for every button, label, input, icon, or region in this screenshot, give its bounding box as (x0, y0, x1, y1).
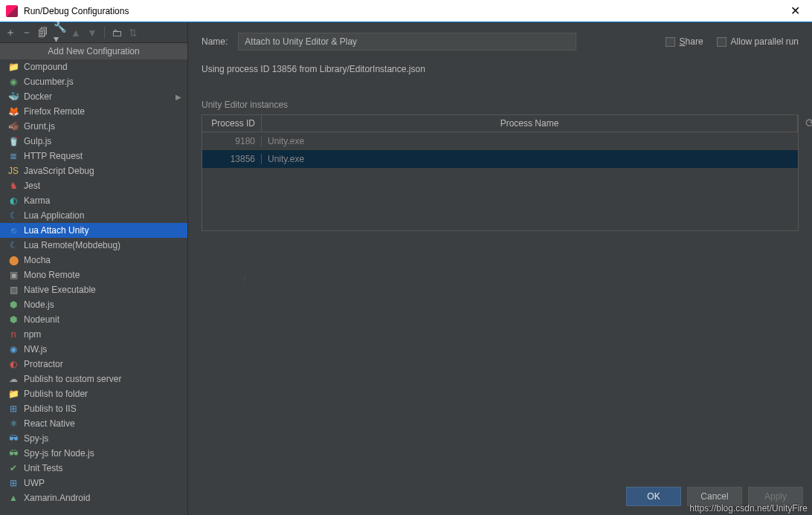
config-item-firefox-remote[interactable]: 🦊Firefox Remote (0, 104, 187, 119)
name-input[interactable] (238, 33, 576, 51)
config-item-publish-to-custom-server[interactable]: ☁Publish to custom server (0, 372, 187, 386)
watermark: https://blog.csdn.net/UnityFire (689, 503, 808, 514)
config-icon: ⬢ (7, 299, 19, 311)
config-label: HTTP Request (24, 151, 83, 161)
checkbox-group: Share Allow parallel run (666, 36, 799, 47)
config-label: Lua Attach Unity (24, 225, 88, 236)
share-checkbox[interactable]: Share (666, 36, 703, 47)
copy-icon[interactable]: 🗐 (37, 27, 49, 39)
config-icon: ◐ (7, 195, 19, 207)
config-item-lua-remote-mobdebug-[interactable]: ☾Lua Remote(Mobdebug) (0, 238, 187, 253)
config-item-nodeunit[interactable]: ⬢Nodeunit (0, 312, 187, 327)
config-icon: ⬢ (7, 314, 19, 325)
config-label: NW.js (24, 344, 47, 354)
table-row[interactable]: 9180Unity.exe (202, 132, 798, 150)
config-item-http-request[interactable]: ≣HTTP Request (0, 149, 187, 163)
config-item-node-js[interactable]: ⬢Node.js (0, 297, 187, 312)
checkbox-icon (666, 37, 675, 47)
config-label: Spy-js (24, 433, 48, 444)
settings-icon[interactable]: 🔧▾ (54, 27, 65, 39)
config-icon: ≣ (7, 150, 19, 162)
col-process-name[interactable]: Process Name (262, 115, 798, 132)
config-label: Xamarin.Android (24, 493, 90, 503)
config-item-lua-application[interactable]: ☾Lua Application (0, 208, 187, 223)
config-icon: ⬤ (7, 254, 19, 266)
checkbox-icon (717, 37, 726, 47)
config-icon: ▧ (7, 284, 19, 296)
config-item-mono-remote[interactable]: ▣Mono Remote (0, 268, 187, 282)
ok-button[interactable]: OK (626, 487, 681, 506)
config-panel-header: Add New Configuration (0, 43, 187, 59)
config-item-grunt-js[interactable]: 🐗Grunt.js (0, 119, 187, 134)
config-icon: ⊞ (7, 403, 19, 415)
config-item-karma[interactable]: ◐Karma (0, 193, 187, 208)
config-label: Unit Tests (24, 463, 62, 473)
config-item-compound[interactable]: 📁Compound (0, 59, 187, 74)
config-icon: ☁ (7, 373, 19, 385)
config-icon: 📁 (7, 388, 19, 400)
sort-icon[interactable]: ⇅ (127, 27, 139, 39)
config-item-docker[interactable]: 🐳Docker▶ (0, 89, 187, 104)
config-item-cucumber-js[interactable]: ◉Cucumber.js (0, 74, 187, 89)
config-icon: ⎋ (7, 224, 19, 236)
config-label: JavaScript Debug (24, 166, 94, 176)
up-icon[interactable]: ▲ (70, 27, 82, 39)
section-label: Unity Editor instances (202, 100, 799, 110)
config-label: Node.js (24, 299, 54, 310)
config-item-publish-to-iis[interactable]: ⊞Publish to IIS (0, 401, 187, 416)
remove-icon[interactable]: － (21, 27, 33, 39)
config-icon: ⚛ (7, 418, 19, 430)
col-process-id[interactable]: Process ID (202, 115, 262, 132)
config-item-gulp-js[interactable]: 🥤Gulp.js (0, 134, 187, 149)
resize-handle[interactable]: ⋮ (241, 275, 248, 283)
config-icon: ▲ (7, 492, 19, 504)
refresh-icon[interactable]: ⟳ (805, 116, 812, 130)
config-label: Mono Remote (24, 270, 80, 280)
config-label: UWP (24, 478, 45, 488)
config-label: Publish to folder (24, 389, 88, 399)
config-item-spy-js-for-node-js[interactable]: 🕶Spy-js for Node.js (0, 446, 187, 461)
config-item-protractor[interactable]: ◐Protractor (0, 357, 187, 372)
config-item-uwp[interactable]: ⊞UWP (0, 476, 187, 490)
config-item-unit-tests[interactable]: ✔Unit Tests (0, 461, 187, 476)
instances-table: Process ID Process Name 9180Unity.exe138… (202, 114, 799, 231)
folder-icon[interactable]: 🗀 (111, 27, 123, 39)
close-icon[interactable]: ✕ (784, 4, 806, 18)
name-label: Name: (202, 36, 228, 47)
add-icon[interactable]: ＋ (4, 27, 16, 39)
config-icon: 🥤 (7, 135, 19, 147)
config-icon: ◉ (7, 343, 19, 355)
config-item-xamarin-android[interactable]: ▲Xamarin.Android (0, 490, 187, 505)
table-row[interactable]: 13856Unity.exe (202, 150, 798, 168)
config-item-spy-js[interactable]: 🕶Spy-js (0, 431, 187, 446)
cell-pid: 13856 (202, 154, 262, 164)
config-item-publish-to-folder[interactable]: 📁Publish to folder (0, 386, 187, 401)
titlebar: Run/Debug Configurations ✕ (0, 0, 812, 22)
down-icon[interactable]: ▼ (86, 27, 98, 39)
config-icon: ☾ (7, 239, 19, 251)
config-item-javascript-debug[interactable]: JSJavaScript Debug (0, 163, 187, 178)
config-label: Mocha (24, 255, 51, 265)
config-item-react-native[interactable]: ⚛React Native (0, 416, 187, 431)
config-label: Lua Application (24, 210, 84, 221)
config-item-native-executable[interactable]: ▧Native Executable (0, 282, 187, 297)
config-label: Firefox Remote (24, 106, 85, 117)
config-list: 📁Compound◉Cucumber.js🐳Docker▶🦊Firefox Re… (0, 59, 187, 505)
config-item-nw-js[interactable]: ◉NW.js (0, 342, 187, 357)
config-icon: ☾ (7, 210, 19, 221)
config-label: npm (24, 329, 41, 340)
config-label: Grunt.js (24, 121, 55, 132)
config-label: Native Executable (24, 285, 96, 295)
config-label: Jest (24, 181, 40, 191)
app-icon (6, 5, 18, 17)
parallel-checkbox[interactable]: Allow parallel run (717, 36, 799, 47)
config-label: Publish to IIS (24, 404, 77, 414)
config-icon: ◉ (7, 76, 19, 88)
config-label: Docker (24, 91, 52, 102)
config-item-mocha[interactable]: ⬤Mocha (0, 253, 187, 268)
config-item-jest[interactable]: ♞Jest (0, 178, 187, 193)
config-icon: ♞ (7, 180, 19, 192)
config-item-npm[interactable]: nnpm (0, 327, 187, 342)
config-item-lua-attach-unity[interactable]: ⎋Lua Attach Unity (0, 223, 187, 238)
config-icon: JS (7, 165, 19, 177)
